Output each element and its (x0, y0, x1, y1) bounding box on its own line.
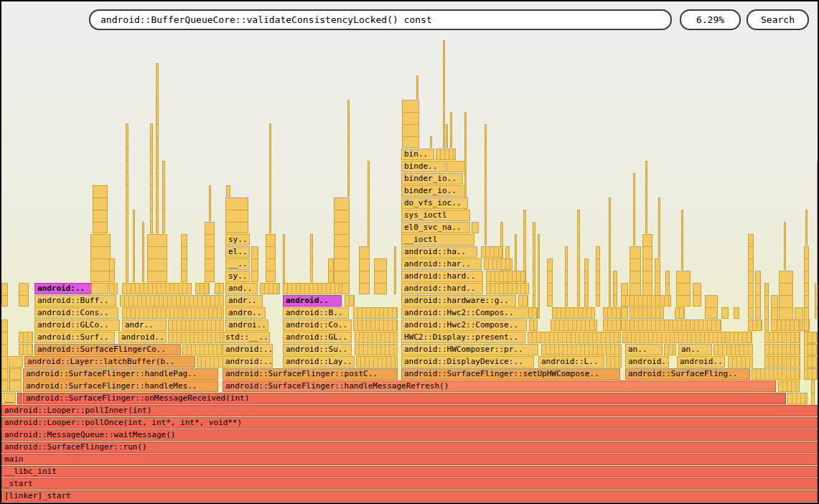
frame-cluster[interactable] (481, 246, 502, 258)
frame-block[interactable]: bin.. (401, 149, 434, 160)
frame-cluster[interactable] (122, 283, 192, 294)
frame-cluster[interactable] (528, 332, 621, 343)
frame-cluster[interactable] (260, 283, 280, 294)
frame-stack[interactable] (784, 222, 786, 270)
frame-stack[interactable] (334, 197, 350, 294)
frame-cluster[interactable] (764, 344, 800, 355)
frame-cluster[interactable] (777, 319, 800, 331)
search-input[interactable] (89, 9, 672, 30)
frame-block[interactable]: sys_ioctl (401, 210, 470, 221)
frame-cluster[interactable] (215, 283, 224, 294)
frame-block[interactable]: android::SurfaceFlinger::handleMes.. (23, 381, 218, 392)
frame-block[interactable]: android:.. (223, 344, 273, 355)
frame-block[interactable]: android::Hwc2::Compose.. (401, 319, 527, 331)
frame-block[interactable]: android::Layer::latchBuffer(b.. (24, 356, 195, 368)
frame-block[interactable]: el.. (225, 246, 250, 258)
frame-block[interactable]: _start (1, 478, 818, 490)
frame-stack[interactable] (90, 234, 111, 282)
frame-block[interactable]: android::Lay.. (283, 356, 355, 368)
frame-block[interactable]: android::Cons.. (34, 307, 118, 319)
frame-stack[interactable] (547, 258, 553, 307)
frame-block[interactable]: el0_svc_na.. (401, 222, 470, 233)
frame-stack[interactable] (430, 136, 432, 148)
frame-stack[interactable] (150, 123, 153, 233)
frame-stack[interactable] (577, 210, 580, 307)
frame-stack[interactable] (755, 271, 761, 319)
frame-block[interactable] (1, 368, 8, 380)
frame-stack[interactable] (226, 185, 230, 197)
frame-block[interactable]: andr.. (122, 319, 167, 331)
frame-block[interactable]: android::GL.. (283, 332, 352, 343)
frame-stack[interactable] (596, 246, 600, 307)
frame-stack[interactable] (658, 197, 660, 258)
frame-stack[interactable] (416, 75, 418, 99)
frame-stack[interactable] (721, 307, 729, 319)
frame-cluster[interactable] (808, 332, 818, 343)
frame-block[interactable]: main (1, 454, 818, 465)
frame-cluster[interactable] (675, 307, 685, 319)
frame-block[interactable]: an.. (678, 344, 712, 355)
frame-cluster[interactable] (109, 283, 118, 294)
frame-cluster[interactable] (355, 332, 398, 343)
frame-block[interactable]: binder_io.. (401, 185, 465, 197)
frame-stack[interactable] (93, 185, 108, 233)
frame-cluster[interactable] (752, 368, 800, 380)
frame-search-match[interactable]: android:.. (34, 283, 92, 294)
frame-block[interactable]: android::SurfaceFlinger::run() (1, 442, 818, 453)
frame-block[interactable] (446, 161, 465, 172)
frame-block[interactable]: __ (1, 393, 16, 404)
frame-block[interactable] (472, 222, 479, 233)
frame-cluster[interactable] (713, 344, 753, 355)
frame-stack[interactable] (681, 210, 683, 270)
frame-block[interactable]: android::SurfaceFlinger::setUpHWCompose.… (401, 368, 620, 380)
frame-cluster[interactable] (621, 295, 671, 307)
frame-cluster[interactable] (353, 319, 398, 331)
frame-block[interactable]: android::SurfaceFlinger::handlePag.. (23, 368, 218, 380)
frame-stack[interactable] (142, 222, 144, 282)
frame-block[interactable]: and.. (225, 283, 258, 294)
frame-block[interactable]: android.. (677, 356, 725, 368)
frame-stack[interactable] (205, 222, 215, 282)
frame-stack[interactable] (748, 234, 754, 319)
frame-block[interactable]: android::SurfaceFlingerCo.. (34, 344, 181, 355)
frame-cluster[interactable] (518, 295, 528, 307)
frame-block[interactable]: an.. (625, 344, 663, 355)
frame-stack[interactable] (538, 234, 540, 319)
frame-cluster[interactable] (356, 356, 398, 368)
frame-block[interactable]: andro.. (225, 307, 266, 319)
frame-block[interactable]: android::SurfaceFling.. (625, 368, 750, 380)
frame-block[interactable]: binder_io.. (401, 173, 463, 185)
frame-stack[interactable] (266, 234, 276, 282)
frame-stack[interactable] (676, 271, 691, 307)
frame-block[interactable]: android::ha.. (401, 246, 477, 258)
frame-stack[interactable] (1, 283, 8, 307)
frame-stack[interactable] (181, 234, 187, 282)
frame-block[interactable] (9, 356, 23, 368)
frame-stack[interactable] (374, 258, 387, 294)
frame-block[interactable]: [linker]_start (1, 490, 818, 502)
frame-stack[interactable] (485, 124, 487, 246)
frame-cluster[interactable] (787, 393, 808, 404)
frame-cluster[interactable] (603, 319, 621, 331)
frame-block[interactable]: android::DisplayDevice:.. (401, 356, 534, 368)
frame-stack[interactable] (310, 234, 313, 282)
frame-cluster[interactable] (808, 368, 818, 380)
frame-cluster[interactable] (528, 307, 538, 319)
frame-block[interactable]: android::SurfaceFlinger::onMessageReceiv… (23, 393, 786, 404)
frame-stack[interactable] (446, 124, 448, 148)
frame-cluster[interactable] (603, 307, 621, 319)
frame-cluster[interactable] (541, 344, 622, 355)
frame-stack[interactable] (269, 123, 271, 233)
frame-stack[interactable] (705, 295, 718, 319)
frame-cluster[interactable] (19, 344, 33, 355)
frame-stack[interactable] (533, 222, 535, 319)
frame-block[interactable]: android::GLCo.. (34, 319, 120, 331)
frame-block[interactable]: android::B.. (283, 307, 349, 319)
frame-stack[interactable] (443, 40, 445, 148)
frame-block[interactable]: android::hard.. (401, 271, 483, 282)
frame-block[interactable] (1, 381, 8, 392)
frame-cluster[interactable] (551, 319, 597, 331)
frame-block[interactable]: android:.. (223, 356, 273, 368)
frame-block[interactable]: sy.. (225, 234, 250, 246)
frame-cluster[interactable] (778, 381, 800, 392)
